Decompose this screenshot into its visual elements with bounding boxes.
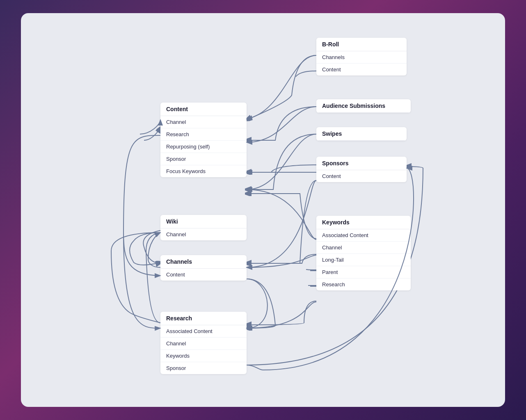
broll-item-content: Content (316, 64, 407, 75)
channels-title: Channels (160, 255, 247, 269)
content-item-repurposing: Repurposing (self) (160, 141, 247, 153)
broll-title: B-Roll (316, 38, 407, 51)
content-item-focus-keywords: Focus Keywords (160, 165, 247, 177)
broll-item-channels: Channels (316, 51, 407, 64)
keywords-item-channel: Channel (316, 242, 411, 254)
content-title: Content (160, 103, 247, 116)
node-sponsors: Sponsors Content (316, 157, 407, 182)
sponsors-title: Sponsors (316, 157, 407, 170)
main-card: B-Roll Channels Content Audience Submiss… (21, 13, 505, 407)
research-item-keywords: Keywords (160, 350, 247, 362)
node-research: Research Associated Content Channel Keyw… (160, 312, 247, 374)
wiki-item-channel: Channel (160, 228, 247, 240)
node-swipes: Swipes (316, 127, 407, 141)
keywords-item-associated-content: Associated Content (316, 229, 411, 242)
node-content: Content Channel Research Repurposing (se… (160, 103, 247, 177)
node-channels: Channels Content (160, 255, 247, 281)
content-item-sponsor: Sponsor (160, 153, 247, 165)
swipes-title: Swipes (316, 127, 407, 141)
node-keywords: Keywords Associated Content Channel Long… (316, 216, 411, 290)
sponsors-item-content: Content (316, 170, 407, 182)
keywords-item-research: Research (316, 278, 411, 290)
content-item-research: Research (160, 128, 247, 141)
keywords-title: Keywords (316, 216, 411, 229)
keywords-item-long-tail: Long-Tail (316, 254, 411, 266)
node-audience-submissions: Audience Submissions (316, 99, 411, 113)
research-title: Research (160, 312, 247, 325)
research-item-channel: Channel (160, 338, 247, 350)
node-wiki: Wiki Channel (160, 215, 247, 240)
audience-submissions-title: Audience Submissions (316, 99, 411, 113)
node-broll: B-Roll Channels Content (316, 38, 407, 75)
keywords-item-parent: Parent (316, 266, 411, 278)
research-item-sponsor: Sponsor (160, 362, 247, 374)
wiki-title: Wiki (160, 215, 247, 228)
channels-item-content: Content (160, 269, 247, 281)
research-item-associated-content: Associated Content (160, 325, 247, 338)
diagram-area: B-Roll Channels Content Audience Submiss… (21, 13, 505, 407)
content-item-channel: Channel (160, 116, 247, 128)
